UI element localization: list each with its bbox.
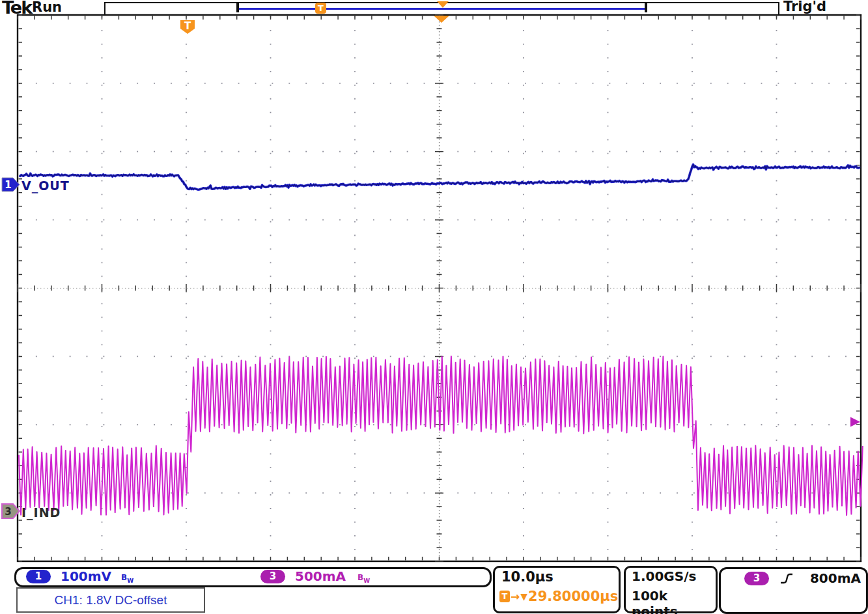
timebase-scale: 10.0µs (501, 569, 553, 585)
sample-rate: 1.00GS/s (632, 568, 696, 584)
trigger-icon: T (499, 591, 510, 602)
trigger-source-badge: 3 (744, 572, 769, 585)
ch3-scale: 500mA (295, 568, 346, 584)
ch1-reference-marker-label: 1 (5, 179, 11, 191)
trigger-delay-value: 29.80000µs (528, 589, 618, 604)
ch3-bandwidth-icon: BW (357, 570, 370, 584)
ch3-badge[interactable]: 3 (260, 570, 285, 583)
trigger-readout[interactable]: 3 800mA (719, 567, 868, 614)
ch1-offset-annotation: CH1: 1.8V DC-offset (16, 587, 205, 613)
channel-readout-bar[interactable]: 1 100mV BW 3 500mA BW (14, 567, 492, 587)
ch1-wave-label: V_OUT (21, 178, 70, 193)
trigger-position-marker-label: T (184, 20, 191, 32)
waveform-plot: T 1 3 (0, 0, 868, 614)
ch3-wave-label: I_IND (21, 505, 61, 520)
acquisition-readout[interactable]: 1.00GS/s 100k points (624, 566, 718, 613)
horizontal-readout[interactable]: 10.0µs T→▼29.80000µs (493, 566, 621, 613)
record-length: 100k points (632, 588, 716, 614)
trigger-level-value: 800mA (810, 570, 861, 586)
oscilloscope-screen: Tek Run Trig'd T T 1 3 (0, 0, 868, 614)
ch1-scale: 100mV (61, 568, 111, 584)
ch1-bandwidth-icon: BW (121, 570, 133, 584)
ch3-reference-marker-label: 3 (5, 506, 11, 518)
rising-edge-icon (779, 571, 794, 585)
trigger-delay-readout: T→▼29.80000µs (499, 589, 618, 604)
arrow-right-icon: → (511, 590, 520, 603)
expansion-triangle-icon: ▼ (520, 591, 527, 602)
ch1-badge[interactable]: 1 (26, 570, 51, 583)
